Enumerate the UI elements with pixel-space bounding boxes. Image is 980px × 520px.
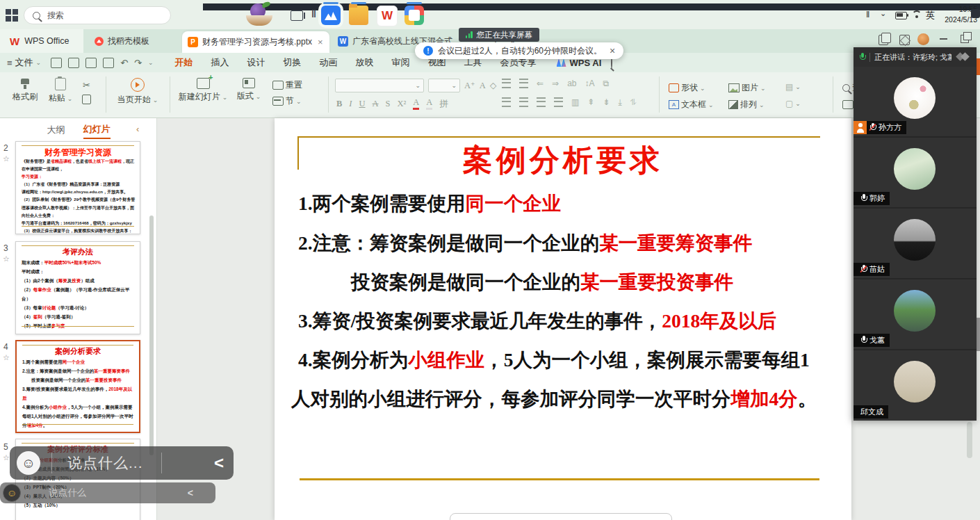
para-spacing-down-icon[interactable]: ⇟ [603, 97, 610, 107]
text-direction-icon[interactable]: ab [567, 79, 576, 88]
line-spacing-icon[interactable]: ↕A [585, 79, 594, 88]
wifi-icon[interactable] [912, 10, 922, 18]
para-spacing-up-icon[interactable]: ⇞ [587, 97, 594, 107]
notification-center-icon[interactable] [971, 9, 980, 18]
menu-item-review[interactable]: 审阅 [383, 54, 419, 72]
right-scrollbar[interactable] [967, 422, 972, 458]
distribute-icon[interactable]: ⥮ [630, 97, 637, 107]
tab-slides[interactable]: 幻灯片 [83, 123, 111, 139]
search-input[interactable] [46, 10, 153, 21]
slide-thumbnail-2[interactable]: 财务管理学习资源 《财务管理》是省精品课程，也是省线上线下一流课程，现正在申请国… [15, 141, 140, 234]
emoji-icon[interactable]: ☺ [3, 484, 21, 502]
taskbar-search[interactable] [24, 6, 171, 24]
panel-collapse-icon[interactable]: ‹ [136, 124, 139, 134]
layout-button[interactable]: 版式⌄ [232, 78, 266, 102]
columns-icon[interactable]: ▥ [571, 97, 579, 107]
pause-bars-icon[interactable]: ‖ [311, 8, 317, 19]
collapse-chat-icon[interactable]: < [214, 453, 224, 473]
align-center-icon[interactable] [519, 97, 528, 107]
chart-button[interactable]: ▤⌄ [785, 82, 801, 92]
tab-outline[interactable]: 大纲 [47, 124, 65, 138]
minimize-icon[interactable] [940, 38, 947, 40]
menu-item-transition[interactable]: 切换 [275, 54, 311, 72]
numbered-list-icon[interactable] [519, 79, 528, 88]
star-icon[interactable]: ☆ [3, 254, 10, 263]
font-color-button[interactable]: A [413, 97, 419, 110]
highlight-button[interactable]: A [426, 97, 432, 110]
increase-font-icon[interactable]: A⁺ [464, 80, 475, 91]
menu-item-animation[interactable]: 动画 [311, 54, 347, 72]
cut-icon[interactable]: ✂ [83, 80, 90, 90]
align-left-icon[interactable] [502, 97, 511, 107]
align-right-icon[interactable] [537, 97, 546, 107]
decrease-indent-icon[interactable]: ⇐ [537, 79, 544, 88]
danmaku-input-bar-small[interactable]: ☺ 说点什么 < [0, 482, 215, 503]
participant-tile[interactable]: 邱文成 [854, 350, 977, 421]
taskbar-meeting-app-icon[interactable] [321, 6, 341, 25]
close-icon[interactable]: × [610, 45, 615, 56]
font-size-select[interactable]: ⌄ [428, 79, 460, 92]
strikethrough-button[interactable]: A [373, 99, 379, 109]
clear-format-icon[interactable]: ◇ [490, 80, 497, 91]
tab-active-presentation[interactable]: P 财务管理学习资源与考核.pptx × [182, 31, 329, 53]
collapse-chat-icon[interactable]: < [188, 487, 193, 498]
slide-canvas[interactable]: 案例分析要求 1.两个案例需要使用同一个企业 2.注意：筹资案例是做同一个企业的… [275, 118, 851, 520]
print-preview-icon[interactable] [103, 58, 114, 68]
taskbar-file-explorer-icon[interactable] [349, 6, 368, 25]
battery-icon[interactable] [895, 12, 907, 19]
justify-icon[interactable] [554, 97, 563, 107]
participant-tile[interactable]: 戈蕙 [854, 279, 977, 350]
paste-button[interactable]: 粘贴⌄ [44, 78, 76, 104]
textbox-button[interactable]: A 文本框⌄ [669, 99, 714, 111]
phonetic-guide-button[interactable]: 拼 [439, 98, 448, 110]
restore-window-icon[interactable] [961, 35, 969, 43]
windows-start-icon[interactable] [6, 9, 18, 22]
picture-button[interactable]: 图片⌄ [728, 82, 766, 94]
input-language-indicator[interactable]: 英 [926, 9, 935, 22]
settings-box-icon[interactable] [899, 35, 910, 45]
participant-tile[interactable]: 孙方方 [854, 67, 977, 138]
shapes-button[interactable]: 形状⌄ [669, 82, 705, 94]
increase-indent-icon[interactable]: ⇒ [552, 79, 559, 88]
panel-scrollbar[interactable] [149, 216, 154, 455]
reset-button[interactable]: 重置 [272, 79, 302, 91]
copy-icon[interactable] [82, 95, 91, 104]
quick-access-chevron-icon[interactable]: ⌄ [148, 59, 154, 66]
star-icon[interactable]: ☆ [3, 453, 10, 462]
snip-tool-icon[interactable] [291, 10, 303, 21]
tray-bars-icon[interactable]: ‖ [866, 9, 869, 19]
menu-file[interactable]: ≡ 文件 ⌄ [7, 56, 41, 69]
taskbar-editor-app-icon[interactable] [405, 6, 424, 25]
account-avatar[interactable] [917, 33, 929, 45]
font-name-select[interactable]: ⌄ [335, 79, 424, 92]
bullet-list-icon[interactable] [502, 79, 511, 88]
emoji-icon[interactable]: ☺ [17, 451, 40, 475]
tab-docer-templates[interactable]: 找稻壳模板 [89, 29, 185, 53]
danmaku-input-bar[interactable]: ☺ 说点什么... < [10, 446, 234, 480]
start-from-page-button[interactable]: 当页开始⌄ [113, 78, 163, 106]
decrease-font-icon[interactable]: A [480, 81, 486, 91]
taskbar-wps-icon[interactable]: W [377, 6, 398, 26]
shadow-button[interactable]: S [386, 99, 391, 109]
menu-item-insert[interactable]: 插入 [202, 54, 238, 72]
format-painter-button[interactable]: 格式刷 [7, 78, 43, 103]
tab-wps-home[interactable]: W WPS Office [0, 29, 83, 53]
menu-item-design[interactable]: 设计 [238, 54, 275, 72]
menu-item-slideshow[interactable]: 放映 [347, 54, 383, 72]
save-icon[interactable] [51, 58, 62, 68]
participant-tile[interactable]: 郭婷 [854, 138, 977, 209]
bold-button[interactable]: B [336, 99, 342, 109]
italic-button[interactable]: I [349, 99, 352, 109]
slide-thumbnail-4-selected[interactable]: 案例分析要求 1.两个案例需要使用同一个企业 2.注意：筹资案例是做同一个企业的… [15, 340, 140, 433]
tray-chevron-icon[interactable]: ⌄ [880, 9, 886, 18]
new-slide-button[interactable]: 新建幻灯片⌄ [177, 78, 229, 103]
superscript-button[interactable]: X² [398, 99, 407, 109]
print-icon[interactable] [85, 58, 97, 68]
layers-icon[interactable] [879, 35, 888, 45]
slide-thumbnail-3[interactable]: 考评办法 期末成绩：平时成绩50%+期末考试50% 平时成绩： （1）由2个案例… [15, 241, 140, 334]
convert-smartart-icon[interactable]: ⧉ [603, 79, 610, 88]
fruit-bowl-widget-icon[interactable] [245, 2, 274, 28]
vertical-align-icon[interactable]: ⤓ [618, 97, 621, 107]
redo-icon[interactable]: ↷ [134, 58, 142, 68]
tab-close-icon[interactable]: × [318, 37, 323, 47]
